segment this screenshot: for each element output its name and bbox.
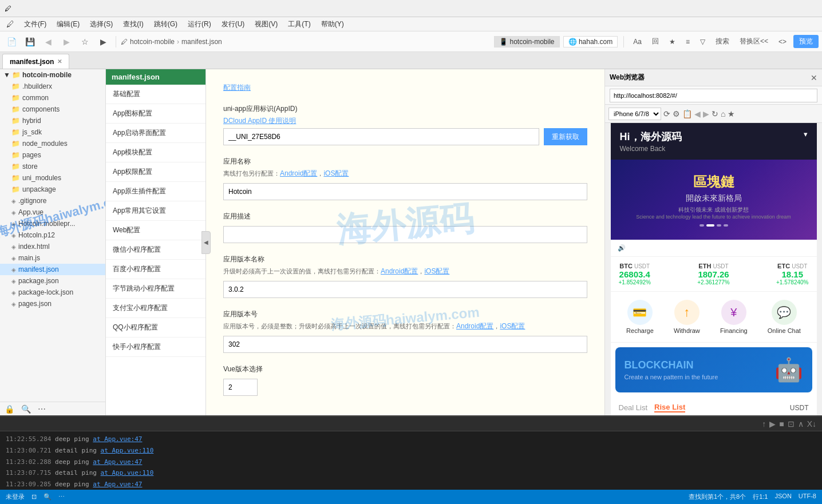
tab-manifest-json[interactable]: manifest.json ✕ — [2, 54, 69, 69]
browser-home-icon[interactable]: ⌂ — [721, 109, 725, 118]
sidebar-item-gitignore[interactable]: ◈.gitignore — [0, 195, 105, 207]
sidebar-item-nodemodules[interactable]: 📁node_modules — [0, 138, 105, 149]
sidebar-item-unimodules[interactable]: 📁uni_modules — [0, 172, 105, 184]
menu-item-t[interactable]: 工具(T) — [283, 18, 315, 30]
tab-close-icon[interactable]: ✕ — [57, 58, 62, 65]
menu-item-s[interactable]: 选择(S) — [85, 18, 117, 30]
browser-url-input[interactable] — [610, 89, 817, 102]
device-selector[interactable]: iPhone 6/7/8 iPhone X iPad — [608, 108, 661, 120]
config-guide-link[interactable]: 配置指南 — [223, 84, 251, 92]
crypto-eth[interactable]: ETH USDT 1807.26 +2.361277% — [697, 263, 729, 285]
deal-list-tab[interactable]: Deal List — [619, 403, 648, 412]
sidebar-item-hybrid[interactable]: 📁hybrid — [0, 115, 105, 126]
menu-item-f[interactable]: 文件(F) — [19, 18, 51, 30]
recharge-btn[interactable]: 💳 Recharge — [626, 300, 654, 334]
maximize-button[interactable] — [759, 0, 785, 17]
console-stop-icon[interactable]: ■ — [779, 419, 784, 428]
menu-item-y[interactable]: 帮助(Y) — [317, 18, 349, 30]
menu-item-i[interactable]: 查找(I) — [118, 18, 148, 30]
config-menu-[interactable]: 基础配置 — [106, 85, 206, 104]
bookmark-btn[interactable]: ☆ — [77, 34, 93, 50]
rotate-icon[interactable]: ⟳ — [663, 109, 670, 118]
sidebar-item-packagejson[interactable]: ◈package.json — [0, 275, 105, 287]
replace-btn[interactable]: 替换区<< — [736, 35, 772, 47]
android-config-link1[interactable]: Android配置 — [280, 169, 317, 177]
sidebar-more-icon[interactable]: ⋯ — [38, 404, 46, 414]
versionnum-input[interactable] — [223, 336, 587, 353]
sidebar-item-appvue[interactable]: ◈App.vue — [0, 207, 105, 218]
config-menu-qq[interactable]: QQ小程序配置 — [106, 318, 206, 338]
android-config-link3[interactable]: Android配置 — [456, 322, 493, 330]
sidebar-item-indexhtml[interactable]: ◈index.html — [0, 241, 105, 252]
sidebar-item-store[interactable]: 📁store — [0, 161, 105, 172]
menu-item-r[interactable]: 运行(R) — [183, 18, 216, 30]
sidebar-root[interactable]: ▼ 📁 hotcoin-mobile — [0, 69, 105, 81]
sidebar-item-components[interactable]: 📁components — [0, 104, 105, 115]
menu-item-u[interactable]: 发行(U) — [217, 18, 250, 30]
console-up-icon[interactable]: ∧ — [798, 419, 804, 428]
breadcrumb-item2[interactable]: manifest.json — [181, 38, 222, 46]
forward-btn[interactable]: ▶ — [58, 34, 74, 50]
sidebar-item-hotcolnp12[interactable]: ◈Hotcoln.p12 — [0, 229, 105, 241]
config-menu-[interactable]: 微信小程序配置 — [106, 240, 206, 260]
appdesc-input[interactable] — [223, 226, 587, 243]
browser-back-icon[interactable]: ◀ — [694, 109, 701, 118]
financing-btn[interactable]: ¥ Financing — [720, 300, 748, 334]
dcloud-appid-link[interactable]: DCloud AppID 使用说明 — [223, 117, 296, 125]
ios-config-link1[interactable]: iOS配置 — [323, 169, 349, 177]
status-login[interactable]: 未登录 — [6, 493, 25, 501]
console-export-icon[interactable]: ⊡ — [788, 419, 795, 428]
status-search-icon[interactable]: 🔍 — [44, 493, 52, 501]
language-selector[interactable]: ▾ — [801, 130, 808, 138]
settings-icon[interactable]: ⚙ — [673, 109, 680, 118]
sidebar-item-pagesjson[interactable]: ◈pages.json — [0, 298, 105, 309]
close-button[interactable] — [792, 0, 817, 17]
minimize-button[interactable] — [726, 0, 752, 17]
browser-close-icon[interactable]: ✕ — [811, 73, 817, 82]
status-more[interactable]: ⋯ — [58, 493, 65, 501]
config-menu-[interactable]: 字节跳动小程序配置 — [106, 279, 206, 299]
menu-btn[interactable]: ≡ — [682, 37, 693, 47]
copy-icon[interactable]: 📋 — [682, 109, 692, 118]
menu-item-e[interactable]: 编辑(E) — [52, 18, 84, 30]
font-size-btn[interactable]: Aa — [630, 37, 645, 47]
sidebar-item-common[interactable]: 📁common — [0, 92, 105, 104]
console-upload-icon[interactable]: ↑ — [762, 419, 766, 428]
breadcrumb-item1[interactable]: hotcoin-mobile — [130, 38, 175, 46]
vueversion-input[interactable] — [223, 379, 258, 396]
browser-bookmark-icon[interactable]: ★ — [728, 109, 735, 118]
sidebar-item-jssdk[interactable]: 📁js_sdk — [0, 126, 105, 138]
appname-input[interactable] — [223, 183, 587, 200]
appid-input[interactable] — [223, 128, 539, 145]
run-btn[interactable]: ▶ — [95, 34, 111, 50]
filter-btn[interactable]: ▽ — [697, 37, 709, 47]
config-menu-[interactable]: 百度小程序配置 — [106, 260, 206, 279]
star-btn[interactable]: ★ — [666, 37, 679, 47]
menu-item-v[interactable]: 视图(V) — [250, 18, 282, 30]
online-chat-btn[interactable]: 💬 Online Chat — [768, 300, 801, 334]
config-menu-app[interactable]: App图标配置 — [106, 104, 206, 124]
android-config-link2[interactable]: Android配置 — [381, 267, 418, 275]
sidebar-item-packagelockjson[interactable]: ◈package-lock.json — [0, 287, 105, 298]
browser-forward-icon[interactable]: ▶ — [703, 109, 709, 118]
rise-list-tab[interactable]: Rise List — [654, 403, 685, 412]
sidebar-lock-icon[interactable]: 🔒 — [5, 404, 14, 414]
tab-item2[interactable]: 🌐 hahah.com — [563, 36, 618, 47]
blockchain-banner[interactable]: BLOCKCHAIN Create a new pattern in the f… — [615, 347, 812, 392]
config-menu-web[interactable]: Web配置 — [106, 221, 206, 240]
collapse-toggle[interactable]: ◀ — [201, 231, 211, 254]
sidebar-item-pages[interactable]: 📁pages — [0, 149, 105, 161]
sidebar-item-mainjs[interactable]: ◈main.js — [0, 252, 105, 264]
preview-button[interactable]: 预览 — [793, 35, 819, 48]
refresh-button[interactable]: 重新获取 — [544, 128, 587, 145]
ios-config-link2[interactable]: iOS配置 — [424, 267, 449, 275]
console-play-icon[interactable]: ▶ — [769, 419, 776, 428]
sidebar-item-hotcolnmobilepr[interactable]: ◈Hotcoln.mobilepr... — [0, 218, 105, 229]
menu-item-g[interactable]: 跳转(G) — [149, 18, 182, 30]
sidebar-item-unpackage[interactable]: 📁unpackage — [0, 184, 105, 195]
withdraw-btn[interactable]: ↑ Withdraw — [674, 300, 700, 334]
config-menu-app[interactable]: App启动界面配置 — [106, 124, 206, 143]
versionname-input[interactable] — [223, 281, 587, 298]
new-file-btn[interactable]: 📄 — [3, 34, 19, 50]
tab-item1[interactable]: 📱 hotcoin-mobile — [494, 36, 559, 47]
